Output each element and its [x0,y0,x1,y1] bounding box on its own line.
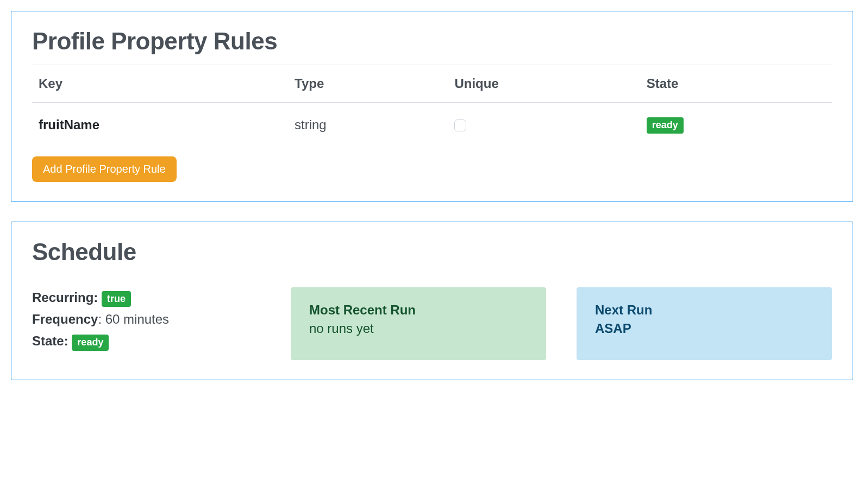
rule-unique-cell [448,103,640,147]
most-recent-run-card: Most Recent Run no runs yet [291,287,546,360]
schedule-info: Recurring: true Frequency: 60 minutes St… [32,287,260,353]
add-profile-property-rule-button[interactable]: Add Profile Property Rule [32,156,177,182]
state-label: State [32,333,64,348]
state-row: State: ready [32,331,260,351]
frequency-value: 60 minutes [105,312,169,326]
state-badge: ready [647,117,684,134]
frequency-label: Frequency [32,312,98,326]
schedule-state-badge: ready [72,335,109,351]
most-recent-run-title: Most Recent Run [309,303,528,318]
rule-state-cell: ready [640,103,832,147]
col-key: Key [32,65,288,103]
rule-type: string [288,103,448,147]
next-run-body: ASAP [595,321,813,336]
most-recent-run-body: no runs yet [309,321,528,336]
next-run-title: Next Run [595,303,813,318]
unique-checkbox[interactable] [454,119,466,131]
col-unique: Unique [448,65,640,103]
schedule-panel: Schedule Recurring: true Frequency: 60 m… [11,222,853,380]
rules-table: Key Type Unique State fruitName string r… [32,65,832,147]
rules-panel-title: Profile Property Rules [32,28,832,55]
schedule-panel-title: Schedule [32,238,832,266]
table-row[interactable]: fruitName string ready [32,103,832,147]
col-state: State [640,65,832,103]
recurring-row: Recurring: true [32,287,260,308]
next-run-card: Next Run ASAP [577,287,832,360]
rule-key: fruitName [32,103,288,147]
recurring-label: Recurring [32,290,93,305]
col-type: Type [288,65,448,103]
schedule-body: Recurring: true Frequency: 60 minutes St… [32,287,832,360]
rules-table-header-row: Key Type Unique State [32,65,832,103]
profile-property-rules-panel: Profile Property Rules Key Type Unique S… [11,11,853,202]
recurring-badge: true [102,291,131,307]
frequency-row: Frequency: 60 minutes [32,309,260,330]
